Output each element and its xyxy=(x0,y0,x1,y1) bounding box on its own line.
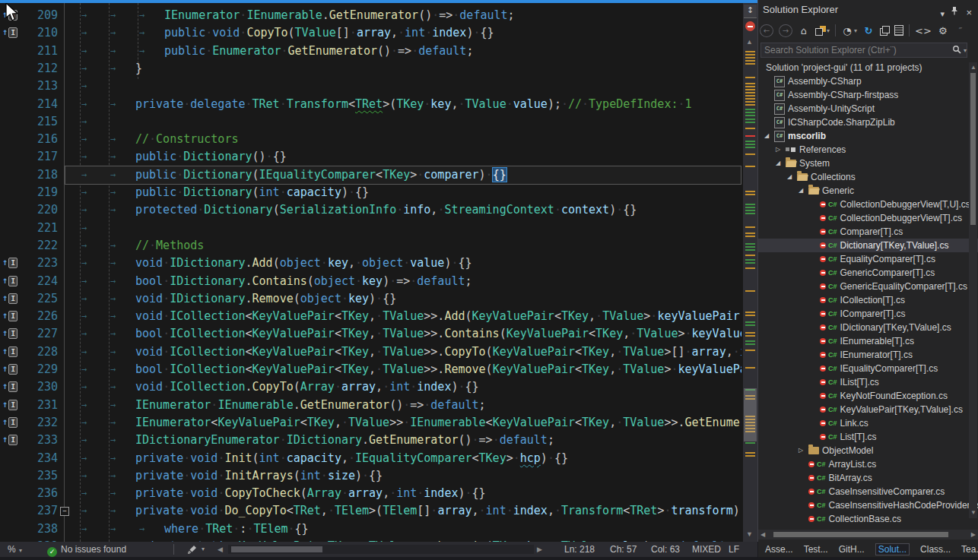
scroll-down-icon[interactable]: ▼ xyxy=(970,509,976,516)
scroll-right-icon[interactable]: ▶ xyxy=(537,542,542,557)
editor-scrollbar[interactable]: ↕ ▲ ▼ xyxy=(743,3,757,542)
char-indicator[interactable]: Ch: 57 xyxy=(610,542,637,557)
scroll-left-icon[interactable]: ◀ xyxy=(218,542,223,557)
tree-item[interactable]: C#IComparer[T].cs xyxy=(758,307,978,321)
code-line[interactable]: →→→where·TRet·:·TElem·{} xyxy=(65,520,741,539)
panel-tab-class[interactable]: Class... xyxy=(920,544,951,555)
search-box[interactable]: ▾ xyxy=(760,43,967,58)
code-line[interactable]: → xyxy=(65,220,741,238)
zoom-control[interactable]: % ▾ xyxy=(8,542,22,558)
tree-item[interactable]: C#IEnumerable[T].cs xyxy=(758,334,978,348)
column-indicator[interactable]: Col: 63 xyxy=(651,542,680,557)
file-health-error-icon[interactable] xyxy=(745,21,755,31)
properties-icon[interactable]: ⚙ xyxy=(937,24,949,37)
scrollbar-thumb[interactable] xyxy=(773,532,948,537)
code-line[interactable]: →→private·delegate·TRet·Transform<TRet>(… xyxy=(65,96,741,114)
code-line[interactable]: →→void·ICollection<KeyValuePair<TKey,·TV… xyxy=(65,308,741,326)
tree-item[interactable]: C#Assembly-CSharp xyxy=(758,74,978,88)
code-line[interactable]: →→} xyxy=(65,60,741,78)
scroll-down-icon[interactable]: ▼ xyxy=(746,530,753,538)
scrollbar-thumb[interactable] xyxy=(970,73,976,225)
expanded-arrow-icon[interactable]: ◢ xyxy=(799,184,803,198)
tree-item[interactable]: C#CollectionDebuggerView[T,U].cs xyxy=(758,198,978,211)
scroll-up-icon[interactable]: ▲ xyxy=(970,64,976,71)
tree-item[interactable]: C#ICollection[T].cs xyxy=(758,293,978,307)
collapsed-arrow-icon[interactable]: ▷ xyxy=(776,143,780,157)
code-line[interactable]: →→bool·IDictionary.Contains(object·key)·… xyxy=(65,273,741,291)
code-line[interactable]: →→void·IDictionary.Add(object·key,·objec… xyxy=(65,255,741,273)
chevron-down-icon[interactable]: ▾ xyxy=(854,27,857,34)
scroll-left-icon[interactable]: ◀ xyxy=(760,531,765,538)
expanded-arrow-icon[interactable]: ◢ xyxy=(776,157,780,170)
tree-item[interactable]: C#IList[T].cs xyxy=(758,375,978,389)
code-line[interactable]: →→private·void·InitArrays(int·size)·{} xyxy=(65,467,741,486)
code-line[interactable]: →→private·void·Do_CopyTo<TRet,·TElem>(TE… xyxy=(65,502,741,520)
brush-icon[interactable] xyxy=(187,544,197,559)
panel-tab-tea[interactable]: Tea... xyxy=(961,544,978,555)
panel-tab-solut[interactable]: Solut... xyxy=(875,543,910,555)
tree-item[interactable]: C#Dictionary[TKey,TValue].cs xyxy=(758,239,978,252)
tree-item[interactable]: C#KeyNotFoundException.cs xyxy=(758,389,978,403)
code-line[interactable]: →→void·IDictionary.Remove(object·key)·{} xyxy=(65,290,741,308)
code-editor[interactable]: ↑I209→→→IEnumerator·IEnumerable.GetEnume… xyxy=(0,3,744,542)
code-line[interactable]: →→→IEnumerator·IEnumerable.GetEnumerator… xyxy=(65,7,741,25)
tree-item[interactable]: C#Link.cs xyxy=(758,416,978,430)
code-line[interactable]: →→void·ICollection<KeyValuePair<TKey,·TV… xyxy=(65,343,741,362)
tree-item[interactable]: C#EqualityComparer[T].cs xyxy=(758,252,978,266)
scroll-right-icon[interactable]: ▶ xyxy=(971,531,976,538)
tree-item[interactable]: C#CaseInsensitiveHashCodeProvider.cs xyxy=(758,498,978,512)
tree-item[interactable]: ◢C#mscorlib xyxy=(758,129,978,143)
tree-item[interactable]: C#GenericEqualityComparer[T].cs xyxy=(758,280,978,293)
tree-item[interactable]: ◢Collections xyxy=(758,170,978,184)
eol-indicator[interactable]: LF xyxy=(729,542,739,557)
code-line[interactable]: →→private·void·CopyToCheck(Array·array,·… xyxy=(65,485,741,503)
code-line[interactable]: →→void·ICollection.CopyTo(Array·array,·i… xyxy=(65,378,741,397)
search-options-icon[interactable]: ▾ xyxy=(964,47,967,54)
health-indicator[interactable]: ✓No issues found xyxy=(47,542,126,557)
collapse-all-icon[interactable] xyxy=(880,26,889,35)
search-icon[interactable] xyxy=(952,43,961,57)
code-line[interactable]: →→→public·Enumerator·GetEnumerator()·=>·… xyxy=(65,43,741,61)
tree-item[interactable]: C#IDictionary[TKey,TValue].cs xyxy=(758,321,978,334)
tree-item[interactable]: C#ICSharpCode.SharpZipLib xyxy=(758,115,978,129)
scroll-up-icon[interactable]: ▲ xyxy=(746,38,753,46)
tree-item[interactable]: ◢System xyxy=(758,157,978,170)
code-line[interactable]: →→IEnumerator·IEnumerable.GetEnumerator(… xyxy=(65,397,741,415)
back-icon[interactable]: ← xyxy=(760,24,773,37)
scrollbar-thumb[interactable] xyxy=(231,546,322,552)
solution-explorer-titlebar[interactable]: Solution Explorer ▾ × xyxy=(758,0,978,20)
code-line[interactable]: → xyxy=(65,113,741,131)
expanded-arrow-icon[interactable]: ◢ xyxy=(764,129,769,143)
code-line[interactable]: →→//·Methods xyxy=(65,237,741,255)
code-line[interactable]: →→//·Constructors xyxy=(65,131,741,149)
forward-icon[interactable]: → xyxy=(779,24,792,37)
line-indicator[interactable]: Ln: 218 xyxy=(564,542,595,557)
code-line[interactable]: →→private·void·Init(int·capacity,·IEqual… xyxy=(65,450,741,468)
code-line[interactable]: →→public·Dictionary(IEqualityComparer<TK… xyxy=(65,166,741,185)
code-line[interactable]: →→IDictionaryEnumerator·IDictionary.GetE… xyxy=(65,432,741,450)
tree-item[interactable]: C#CollectionBase.cs xyxy=(758,512,978,526)
editor-horizontal-scrollbar[interactable] xyxy=(228,545,534,554)
tree-item[interactable]: ▷References xyxy=(758,143,978,157)
chevron-down-icon[interactable]: ▾ xyxy=(202,542,205,557)
tree-horizontal-scrollbar[interactable]: ◀ ▶ xyxy=(758,530,978,539)
code-line[interactable]: →→→public·void·CopyTo(TValue[]·array,·in… xyxy=(65,24,741,43)
tree-item[interactable]: C#KeyValuePair[TKey,TValue].cs xyxy=(758,403,978,416)
tree-item[interactable]: C#Assembly-CSharp-firstpass xyxy=(758,88,978,102)
scrollbar-thumb[interactable] xyxy=(744,388,757,441)
panel-tab-test[interactable]: Test... xyxy=(804,544,828,555)
tree-item[interactable]: C#CaseInsensitiveComparer.cs xyxy=(758,485,978,498)
tree-item[interactable]: C#List[T].cs xyxy=(758,430,978,444)
tree-item[interactable]: C#Assembly-UnityScript xyxy=(758,102,978,115)
tree-item[interactable]: C#IEqualityComparer[T].cs xyxy=(758,362,978,375)
code-line[interactable]: →→bool·ICollection<KeyValuePair<TKey,·TV… xyxy=(65,361,741,379)
tree-item[interactable]: C#Comparer[T].cs xyxy=(758,225,978,239)
split-window-handle-icon[interactable]: ↕ xyxy=(744,5,757,18)
sync-with-active-document-icon[interactable]: ↻ xyxy=(862,24,875,37)
view-code-icon[interactable]: <> xyxy=(915,24,932,37)
code-line[interactable]: →→protected·Dictionary(SerializationInfo… xyxy=(65,201,741,220)
code-line[interactable]: → xyxy=(65,78,741,96)
code-line[interactable]: →→public·Dictionary()·{} xyxy=(65,148,741,166)
tree-item[interactable]: C#IEnumerator[T].cs xyxy=(758,348,978,362)
tree-item[interactable]: ◢Generic xyxy=(758,184,978,198)
